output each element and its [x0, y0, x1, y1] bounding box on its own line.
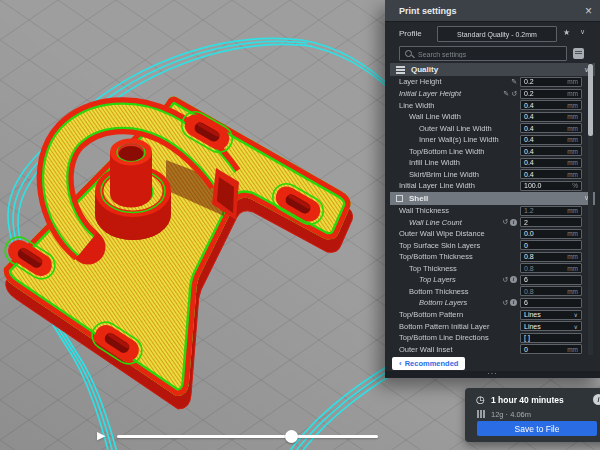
setting-value-input[interactable]: 0 — [520, 240, 582, 250]
setting-visibility-icon[interactable] — [573, 48, 584, 59]
setting-row: Top Thickness0.8mm — [385, 263, 600, 275]
layer-slider-track[interactable] — [117, 435, 378, 438]
setting-value-input[interactable]: 0.4mm — [520, 169, 582, 179]
setting-unit: mm — [567, 230, 578, 237]
setting-value: 0.4 — [524, 158, 567, 167]
setting-unit: mm — [567, 346, 578, 353]
setting-value-input[interactable]: 2 — [520, 217, 582, 227]
setting-icons: ✎↺ — [503, 90, 517, 98]
panel-title: Print settings — [399, 6, 585, 16]
play-button[interactable]: ▶ — [97, 428, 105, 442]
setting-value-input[interactable]: 6 — [520, 298, 582, 308]
setting-row: Top/Bottom Thickness0.8mm — [385, 251, 600, 263]
setting-row: Top/Bottom Line Width0.4mm — [385, 145, 600, 157]
setting-value-input[interactable]: 0mm — [520, 344, 582, 354]
setting-label: Outer Wall Inset — [385, 345, 520, 354]
setting-value: 0.2 — [524, 77, 567, 86]
setting-row: Bottom Thickness0.8mm — [385, 286, 600, 298]
setting-row: Infill Line Width0.4mm — [385, 157, 600, 169]
setting-row: Outer Wall Wipe Distance0.0mm — [385, 228, 600, 240]
setting-value-input[interactable]: 0.8mm — [520, 286, 582, 296]
setting-value-input[interactable]: [ ] — [520, 333, 582, 343]
setting-value: 0.8 — [524, 252, 567, 261]
setting-value-input[interactable]: 0.2mm — [520, 77, 582, 87]
revert-icon[interactable]: ↺ — [511, 90, 517, 98]
recommended-button[interactable]: ‹ Recommended — [392, 357, 465, 370]
star-icon[interactable]: ★ — [563, 28, 570, 37]
setting-unit: mm — [567, 102, 578, 109]
setting-label: Skirt/Brim Line Width — [385, 170, 520, 179]
info-icon[interactable]: i — [510, 219, 517, 226]
setting-unit: mm — [567, 159, 578, 166]
pencil-icon[interactable]: ✎ — [511, 78, 517, 86]
setting-label: Infill Line Width — [385, 158, 520, 167]
setting-label: Top Layers — [385, 275, 502, 284]
setting-value-input[interactable]: 100.0% — [520, 181, 582, 191]
setting-unit: mm — [567, 148, 578, 155]
setting-value-input[interactable]: 0.0mm — [520, 229, 582, 239]
setting-value-input[interactable]: 0.4mm — [520, 146, 582, 156]
profile-label: Profile — [399, 29, 422, 38]
setting-value-input[interactable]: 0.4mm — [520, 158, 582, 168]
info-icon[interactable]: i — [593, 394, 600, 405]
setting-value-input[interactable]: 0.2mm — [520, 89, 582, 99]
setting-value: 0.4 — [524, 101, 567, 110]
panel-resize-handle[interactable]: ··· — [385, 371, 600, 378]
setting-label: Bottom Thickness — [385, 287, 520, 296]
setting-label: Top/Bottom Thickness — [385, 252, 520, 261]
setting-value-input[interactable]: 0.8mm — [520, 252, 582, 262]
setting-value: 0 — [524, 241, 578, 250]
setting-value: 1.2 — [524, 206, 567, 215]
revert-icon[interactable]: ↺ — [502, 299, 508, 307]
setting-label: Layer Height — [385, 77, 511, 86]
setting-value-input[interactable]: 0.8mm — [520, 263, 582, 273]
pencil-icon[interactable]: ✎ — [503, 90, 509, 98]
setting-label: Bottom Layers — [385, 298, 502, 307]
search-input[interactable] — [416, 48, 565, 61]
info-icon[interactable]: i — [510, 299, 517, 306]
setting-value: 6 — [524, 298, 578, 307]
setting-row: Outer Wall Line Width0.4mm — [385, 122, 600, 134]
chevron-down-icon[interactable]: ∨ — [580, 28, 585, 36]
setting-row: Skirt/Brim Line Width0.4mm — [385, 169, 600, 181]
setting-value-input[interactable]: 1.2mm — [520, 206, 582, 216]
setting-label: Line Width — [385, 101, 520, 110]
setting-unit: mm — [567, 90, 578, 97]
section-header-shell[interactable]: Shell∨ — [390, 192, 595, 205]
search-row — [385, 45, 600, 63]
setting-value-input[interactable]: 0.4mm — [520, 112, 582, 122]
setting-value-input[interactable]: 6 — [520, 275, 582, 285]
panel-titlebar[interactable]: Print settings × — [385, 0, 600, 22]
profile-dropdown[interactable]: Standard Quality - 0.2mm — [437, 26, 557, 42]
setting-value: 0 — [524, 345, 567, 354]
setting-value: 0.2 — [524, 89, 567, 98]
print-settings-panel: Print settings × Profile Standard Qualit… — [385, 0, 600, 378]
setting-value-input[interactable]: 0.4mm — [520, 135, 582, 145]
setting-icons: ↺i — [502, 218, 517, 226]
setting-row: Line Width0.4mm — [385, 99, 600, 111]
setting-label: Top/Bottom Line Directions — [385, 333, 520, 342]
scrollbar[interactable] — [588, 63, 593, 355]
search-icon — [405, 50, 412, 57]
setting-value-input[interactable]: 0.4mm — [520, 123, 582, 133]
revert-icon[interactable]: ↺ — [502, 276, 508, 284]
setting-icons: ↺i — [502, 299, 517, 307]
setting-row: Top Layers↺i6 — [385, 274, 600, 286]
setting-value-input[interactable]: 0.4mm — [520, 100, 582, 110]
setting-value: 0.4 — [524, 112, 567, 121]
setting-value-select[interactable]: Lines∨ — [520, 310, 582, 320]
setting-unit: mm — [567, 171, 578, 178]
revert-icon[interactable]: ↺ — [502, 218, 508, 226]
section-label: Shell — [409, 192, 584, 205]
section-header-quality[interactable]: Quality∨ — [390, 63, 595, 76]
setting-value-select[interactable]: Lines∨ — [520, 321, 582, 331]
print-time: 1 hour 40 minutes — [491, 395, 564, 405]
save-to-file-button[interactable]: Save to File — [477, 421, 597, 436]
setting-unit: mm — [567, 136, 578, 143]
filament-icon — [477, 410, 486, 418]
scrollbar-thumb[interactable] — [588, 64, 593, 136]
material-usage: 12g · 4.06m — [491, 410, 531, 419]
close-icon[interactable]: × — [585, 5, 592, 17]
info-icon[interactable]: i — [510, 276, 517, 283]
app-window: ▶ Print settings × Profile Standard Qual… — [0, 0, 600, 450]
